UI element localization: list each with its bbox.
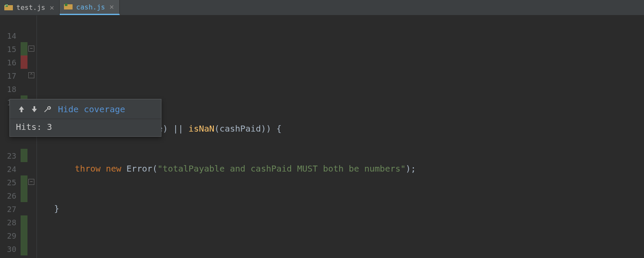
svg-rect-1 — [5, 4, 8, 7]
fold-up-icon[interactable]: ⌃ — [28, 72, 34, 78]
coverage-settings-button[interactable] — [41, 103, 54, 116]
wrench-icon — [43, 105, 51, 113]
next-coverage-button[interactable] — [28, 103, 41, 116]
arrow-up-icon — [18, 105, 25, 113]
tab-bar: test.js × cash.js × — [0, 0, 644, 15]
fold-toggle-icon[interactable]: − — [28, 179, 34, 185]
prev-coverage-button[interactable] — [15, 103, 28, 116]
code-area[interactable]: if(isNaN(totalPayable) || isNaN(cashPaid… — [37, 15, 644, 258]
line-number-gutter: 14 15 16 17 18 19 23 24 25 26 27 28 29 3… — [0, 15, 21, 258]
tab-label: test.js — [16, 3, 45, 12]
js-file-icon — [4, 3, 13, 12]
arrow-down-icon — [30, 105, 38, 113]
close-icon[interactable]: × — [49, 4, 54, 12]
code-editor[interactable]: 14 15 16 17 18 19 23 24 25 26 27 28 29 3… — [0, 15, 644, 258]
tab-cash-js[interactable]: cash.js × — [60, 0, 119, 15]
fold-toggle-icon[interactable]: − — [28, 46, 34, 52]
svg-rect-3 — [6, 5, 8, 5]
coverage-gutter[interactable] — [21, 15, 27, 258]
svg-rect-2 — [6, 5, 6, 6]
svg-rect-5 — [65, 3, 67, 6]
coverage-hits-text: Hits: 3 — [10, 119, 161, 136]
fold-gutter[interactable]: − ⌃ − — [27, 15, 37, 258]
close-icon[interactable]: × — [109, 3, 114, 11]
coverage-popup: Hide coverage Hits: 3 — [9, 99, 161, 137]
tab-label: cash.js — [76, 3, 105, 11]
hide-coverage-link[interactable]: Hide coverage — [58, 104, 125, 114]
tab-test-js[interactable]: test.js × — [0, 0, 60, 15]
js-file-icon — [64, 3, 73, 11]
